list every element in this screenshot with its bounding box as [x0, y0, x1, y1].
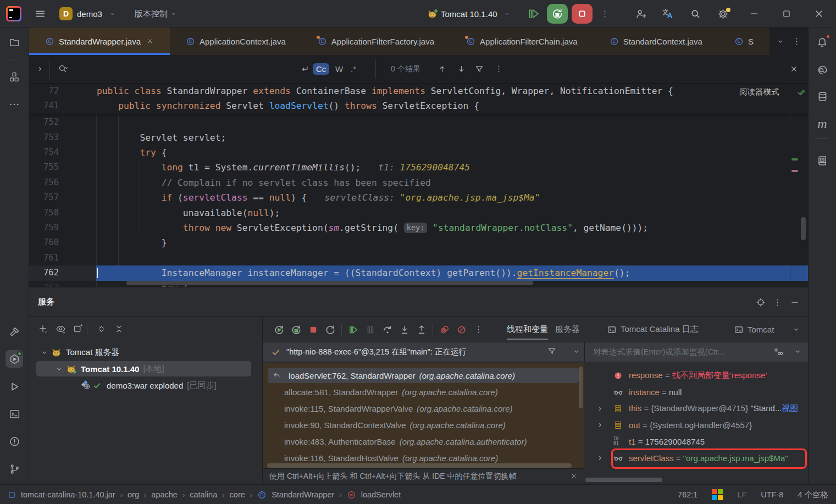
watch-expand-chevron[interactable] — [791, 345, 804, 357]
breadcrumb-apache[interactable]: ›apache — [144, 490, 178, 499]
breadcrumb-org[interactable]: ›org — [120, 490, 139, 499]
chevron-right-icon[interactable] — [596, 421, 605, 429]
code-line-754[interactable]: 754 try { — [29, 145, 808, 160]
reader-mode-label[interactable]: 阅读器模式 — [739, 87, 779, 97]
collapse-all-icon[interactable] — [112, 322, 126, 336]
chevron-right-icon[interactable] — [596, 454, 605, 462]
stop-icon[interactable] — [304, 323, 322, 337]
regex-toggle[interactable]: .* — [351, 55, 356, 83]
git-icon[interactable] — [5, 460, 23, 478]
intellij-logo-icon[interactable] — [6, 0, 21, 27]
more-actions-kebab[interactable] — [598, 7, 611, 20]
stop-button[interactable] — [572, 4, 593, 24]
code-line-760[interactable]: 760 } — [29, 235, 808, 250]
code-line-759[interactable]: 759 throw new ServletException(sm.getStr… — [29, 220, 808, 235]
vcs-widget[interactable]: 版本控制 — [135, 0, 177, 27]
maven-icon[interactable]: m — [813, 115, 831, 132]
next-occurrence-icon[interactable] — [457, 55, 466, 83]
run-configuration-widget[interactable]: Tomcat 10.1.40 — [428, 0, 511, 27]
open-in-new-tab-icon[interactable] — [71, 322, 85, 336]
ai-assistant-icon[interactable] — [813, 61, 831, 79]
expand-all-icon[interactable] — [94, 322, 108, 336]
breadcrumb-catalina[interactable]: ›catalina — [182, 490, 217, 499]
step-over-icon[interactable] — [379, 323, 396, 337]
step-out-icon[interactable] — [413, 323, 430, 337]
debug-options-kebab[interactable] — [470, 323, 487, 337]
variable-row-instance[interactable]: instance = null — [585, 384, 808, 400]
window-minimize-button[interactable] — [738, 0, 770, 27]
search-filter-icon[interactable] — [474, 55, 484, 83]
caret-position[interactable]: 762:1 — [678, 490, 697, 499]
hide-tool-window-icon[interactable] — [789, 296, 801, 308]
search-everywhere-icon[interactable] — [689, 7, 702, 20]
chevron-down-icon[interactable] — [40, 348, 48, 357]
enter-icon[interactable] — [300, 55, 309, 83]
frame-row-4[interactable]: invoke:90, StandardContextValve(org.apac… — [263, 417, 584, 433]
line-ending[interactable]: LF — [737, 490, 746, 499]
pause-icon[interactable] — [362, 323, 379, 337]
rerun-icon[interactable] — [270, 323, 287, 337]
thread-dropdown-chevron[interactable] — [570, 345, 582, 357]
frames-horizontal-scrollbar[interactable] — [267, 463, 572, 468]
notifications-bell-icon[interactable] — [813, 34, 831, 51]
indent-setting[interactable]: 4 个空格 — [798, 490, 828, 500]
code-line-753[interactable]: 753 Servlet servlet; — [29, 130, 808, 145]
tabs-options-kebab[interactable] — [792, 37, 801, 46]
variable-row-this[interactable]: this = {StandardWrapper@4715} "Stand...视… — [585, 400, 808, 417]
editor-vertical-scrollbar[interactable] — [801, 217, 806, 240]
step-into-icon[interactable] — [396, 323, 413, 337]
tabs-list-chevron[interactable] — [776, 37, 784, 46]
code-with-me-icon[interactable] — [634, 7, 647, 20]
window-close-button[interactable] — [803, 0, 835, 27]
build-hammer-icon[interactable] — [5, 323, 23, 340]
project-folder-icon[interactable] — [5, 34, 23, 51]
target-icon[interactable] — [755, 296, 767, 308]
code-editor[interactable]: 752753 Servlet servlet;754 try {755 long… — [29, 84, 808, 287]
add-service-icon[interactable] — [36, 322, 50, 336]
debugger-tab-4[interactable]: Tomcat — [734, 317, 774, 342]
frame-row-5[interactable]: invoke:483, AuthenticatorBase(org.apache… — [263, 433, 584, 450]
service-node-tomcat-[interactable]: Tomcat 服务器 — [29, 344, 260, 361]
thread-selector[interactable]: "http-nio-888-exec-6"@3,215 在组"main": 正在… — [263, 342, 584, 362]
run-icon[interactable] — [5, 378, 23, 395]
code-line-755[interactable]: 755 long t1 = System.currentTimeMillis()… — [29, 160, 808, 175]
breadcrumb-loadservlet[interactable]: ›mloadServlet — [339, 490, 401, 500]
services-icon[interactable] — [5, 350, 23, 368]
close-search-icon[interactable] — [789, 55, 799, 83]
project-widget[interactable]: D demo3 — [59, 0, 116, 27]
rerun-debug-button[interactable] — [547, 4, 568, 24]
search-input-wrap[interactable] — [76, 55, 285, 83]
documentation-icon[interactable]: A — [813, 152, 831, 169]
update-app-icon[interactable] — [322, 323, 339, 337]
thread-filter-icon[interactable] — [546, 345, 558, 357]
evaluate-expression-input[interactable]: 对表达式求值(Enter)或添加监视(Ctr... — [584, 342, 808, 362]
service-node-demo3-war-exploded[interactable]: demo3:war exploded[已同步] — [29, 377, 260, 394]
frame-row-1[interactable]: loadServlet:762, StandardWrapper(org.apa… — [263, 367, 584, 384]
code-line-752[interactable]: 752 — [29, 115, 808, 130]
file-encoding[interactable]: UTF-8 — [761, 490, 783, 499]
code-line-758[interactable]: 758 unavailable(null); — [29, 206, 808, 220]
whole-words-toggle[interactable]: W — [335, 55, 343, 83]
editor-tab-s[interactable]: CS — [718, 27, 769, 55]
more-tools-icon[interactable] — [5, 96, 23, 113]
variable-row-t1[interactable]: 1001t1 = 1756290048745 — [585, 433, 808, 450]
rerun-debug-icon[interactable] — [287, 323, 304, 337]
settings-gear-icon[interactable] — [716, 7, 729, 20]
editor-tab-applicationcontext-java[interactable]: CApplicationContext.java — [170, 27, 302, 55]
search-options-kebab[interactable] — [494, 55, 503, 83]
tab-close-icon[interactable] — [146, 37, 154, 45]
debugger-tab-1[interactable]: 线程和变量 — [507, 317, 548, 342]
search-icon[interactable] — [58, 55, 68, 83]
chevron-right-icon[interactable] — [596, 405, 605, 413]
database-icon[interactable] — [813, 87, 831, 105]
resume-icon[interactable] — [345, 323, 362, 337]
debugger-tab-3[interactable]: Tomcat Catalina 日志 — [607, 317, 699, 342]
terminal-icon[interactable] — [5, 405, 23, 423]
debug-resume-button[interactable] — [523, 4, 544, 24]
frame-row-2[interactable]: allocate:581, StandardWrapper(org.apache… — [263, 384, 584, 400]
code-line-756[interactable]: 756 // Complain if no servlet class has … — [29, 175, 808, 190]
variable-row-response[interactable]: response = 找不到局部变量'response' — [585, 367, 808, 384]
frames-vertical-scrollbar[interactable] — [579, 367, 583, 408]
match-case-toggle[interactable]: Cc — [313, 55, 329, 83]
chevron-down-icon[interactable] — [55, 365, 63, 373]
